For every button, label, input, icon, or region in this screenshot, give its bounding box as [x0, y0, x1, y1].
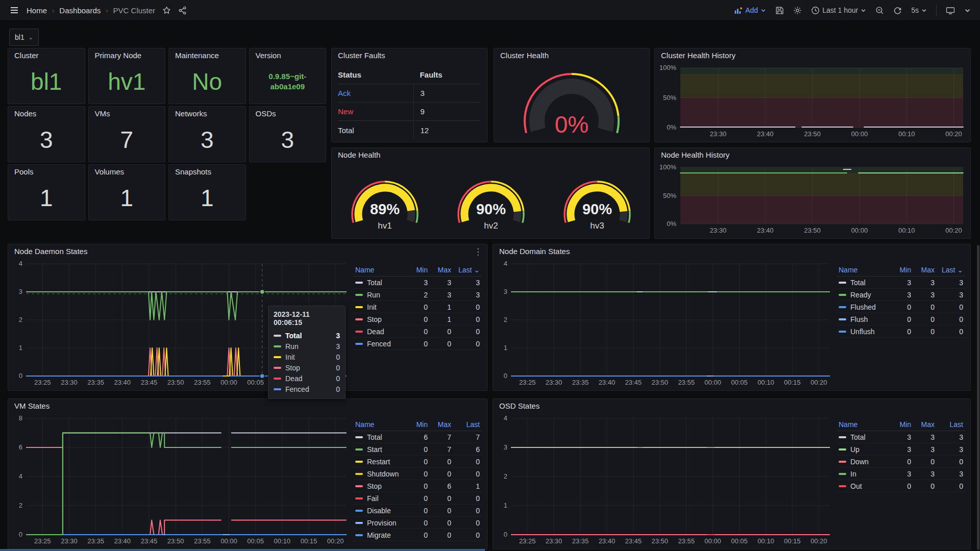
legend-series-up[interactable]: Up	[839, 445, 888, 454]
legend-last-value: 0	[451, 531, 480, 539]
legend-series-fail[interactable]: Fail	[355, 494, 404, 503]
legend-row: Restart000	[353, 456, 482, 468]
legend-series-total[interactable]: Total	[839, 279, 888, 287]
legend-series-flushed[interactable]: Flushed	[839, 303, 888, 311]
legend-col-min[interactable]: Min	[404, 266, 428, 274]
share-icon[interactable]	[178, 6, 187, 15]
cluster-health-history-chart[interactable]: 0%50%100%23:3023:4023:5000:0000:1000:20	[658, 63, 967, 140]
legend-series-down[interactable]: Down	[839, 458, 888, 466]
legend-col-max[interactable]: Max	[428, 266, 451, 274]
legend-series-init[interactable]: Init	[355, 303, 404, 311]
legend-series-total[interactable]: Total	[839, 433, 888, 441]
legend-col-name[interactable]: Name	[355, 266, 404, 274]
legend-series-unflush[interactable]: Unflush	[839, 328, 888, 336]
legend-series-restart[interactable]: Restart	[355, 458, 404, 466]
tv-kiosk-icon[interactable]	[946, 6, 955, 15]
breadcrumb-home[interactable]: Home	[27, 6, 47, 15]
refresh-interval-picker[interactable]: 5s	[911, 6, 927, 14]
legend-marker	[839, 473, 846, 475]
legend-series-ready[interactable]: Ready	[839, 291, 888, 299]
svg-text:00:20: 00:20	[811, 379, 827, 386]
legend-series-run[interactable]: Run	[355, 291, 404, 299]
legend-col-name[interactable]: Name	[839, 420, 888, 429]
panel-menu-icon[interactable]: ⋮	[474, 246, 483, 257]
panel-title[interactable]: Node Domain States	[493, 244, 970, 259]
menu-icon[interactable]	[9, 5, 19, 15]
stat-panel-osds: OSDs3	[249, 106, 327, 162]
legend-series-label: Dead	[367, 328, 384, 336]
horizontal-scrollbar[interactable]	[0, 549, 485, 551]
legend-series-out[interactable]: Out	[839, 482, 888, 490]
panel-title[interactable]: OSD States	[493, 399, 970, 413]
legend-col-name[interactable]: Name	[355, 420, 404, 429]
add-button[interactable]: Add	[734, 6, 766, 15]
legend-series-label: Shutdown	[367, 470, 399, 478]
legend-col-max[interactable]: Max	[911, 420, 935, 429]
vertical-scrollbar[interactable]	[977, 245, 979, 550]
tooltip-marker	[274, 378, 281, 380]
legend-col-max[interactable]: Max	[911, 266, 935, 274]
panel-title[interactable]: Cluster Faults	[332, 48, 487, 63]
panel-node-daemon-states: Node Daemon States ⋮ 0123423:2523:3023:3…	[8, 244, 487, 391]
legend-series-total[interactable]: Total	[355, 279, 404, 287]
panel-title[interactable]: Node Health History	[655, 148, 970, 162]
legend-max-value: 0	[428, 507, 451, 515]
legend-series-disable[interactable]: Disable	[355, 507, 404, 515]
chevron-down-icon[interactable]	[964, 7, 971, 14]
legend-series-start[interactable]: Start	[355, 445, 404, 454]
legend-row: Stop061	[353, 480, 482, 492]
settings-gear-icon[interactable]	[793, 6, 802, 15]
legend-col-min[interactable]: Min	[404, 420, 428, 429]
legend-col-min[interactable]: Min	[888, 266, 911, 274]
legend-col-name[interactable]: Name	[839, 266, 888, 274]
refresh-button[interactable]	[893, 6, 902, 15]
panel-title[interactable]: Node Daemon States	[8, 244, 487, 259]
legend-series-flush[interactable]: Flush	[839, 315, 888, 323]
legend-max-value: 0	[911, 315, 935, 323]
legend-col-last[interactable]: Last	[451, 420, 480, 429]
legend-series-in[interactable]: In	[839, 470, 888, 478]
stat-panel-primary-node: Primary Nodehv1	[88, 48, 166, 104]
time-range-picker[interactable]: Last 1 hour	[811, 6, 866, 15]
dashboard-variable-dropdown[interactable]: bl1 ⌄	[9, 29, 39, 46]
legend-col-last[interactable]: Last	[935, 420, 963, 429]
tooltip-row: Total3	[274, 330, 340, 341]
panel-cluster-health-history: Cluster Health History 0%50%100%23:3023:…	[654, 48, 971, 142]
breadcrumb-dashboards[interactable]: Dashboards	[59, 6, 101, 15]
legend-series-shutdown[interactable]: Shutdown	[355, 470, 404, 478]
legend-series-stop[interactable]: Stop	[355, 482, 404, 490]
legend-min-value: 3	[888, 279, 911, 287]
legend-max-value: 3	[911, 433, 935, 441]
node-domain-states-chart[interactable]: 0123423:2523:3023:3523:4023:4523:5023:55…	[496, 259, 834, 388]
legend-marker	[839, 331, 846, 333]
stat-value: hv1	[89, 63, 165, 101]
legend-col-min[interactable]: Min	[888, 420, 911, 429]
svg-text:0: 0	[504, 531, 507, 538]
legend-series-dead[interactable]: Dead	[355, 328, 404, 336]
legend-col-last[interactable]: Last ⌄	[935, 266, 963, 274]
star-icon[interactable]	[162, 6, 171, 15]
legend-series-total[interactable]: Total	[355, 433, 404, 441]
legend-row: Dead000	[353, 325, 482, 338]
node-daemon-states-chart[interactable]: 0123423:2523:3023:3523:4023:4523:5023:55…	[11, 259, 350, 388]
legend-table: NameMinMaxLast ⌄Total333Ready333Flushed0…	[834, 259, 967, 388]
node-health-history-chart[interactable]: 0%50%100%23:3023:4023:5000:0000:1000:20	[658, 162, 967, 236]
tooltip-row: Fenced0	[274, 384, 340, 394]
vm-states-chart[interactable]: 0246823:2523:3023:3523:4023:4523:5023:55…	[11, 413, 350, 547]
legend-series-stop[interactable]: Stop	[355, 315, 404, 323]
zoom-out-icon[interactable]	[875, 6, 884, 15]
legend-series-migrate[interactable]: Migrate	[355, 531, 404, 539]
tooltip-series-value: 3	[336, 332, 340, 340]
panel-title[interactable]: VM States	[8, 399, 487, 413]
save-icon[interactable]	[775, 6, 784, 15]
osd-states-chart[interactable]: 0123423:2523:3023:3523:4023:4523:5023:55…	[496, 413, 834, 547]
legend-series-provision[interactable]: Provision	[355, 519, 404, 527]
panel-title[interactable]: Cluster Health	[494, 48, 649, 63]
legend-marker	[839, 485, 846, 487]
legend-col-max[interactable]: Max	[428, 420, 451, 429]
legend-series-fenced[interactable]: Fenced	[355, 340, 404, 348]
panel-title[interactable]: Node Health	[332, 148, 649, 162]
panel-title[interactable]: Cluster Health History	[655, 48, 970, 63]
svg-text:00:15: 00:15	[784, 537, 801, 545]
legend-col-last[interactable]: Last ⌄	[451, 266, 480, 274]
